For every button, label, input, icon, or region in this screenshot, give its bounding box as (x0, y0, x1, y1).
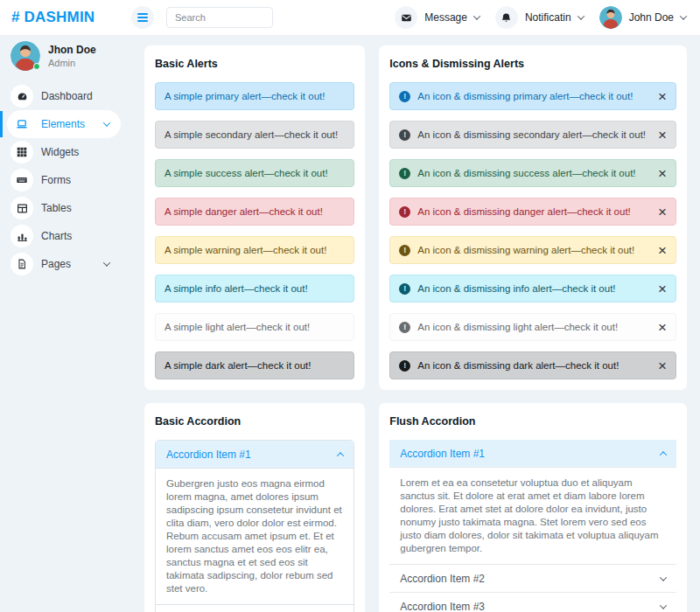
alert-text: A simple primary alert—check it out! (164, 91, 325, 101)
alert-dark: A simple dark alert—check it out! (155, 351, 354, 379)
close-icon[interactable]: × (653, 358, 667, 373)
chart-bar-icon (10, 225, 33, 247)
alert-dismissing-warning: An icon & dismissing warning alert—check… (389, 236, 676, 264)
alert-dismissing-info: An icon & dismissing info alert—check it… (389, 275, 676, 303)
accordion-label: Accordion Item #1 (166, 449, 251, 461)
accordion-body: Gubergren justo eos magna eirmod lorem m… (156, 469, 354, 604)
close-icon[interactable]: × (653, 89, 667, 104)
close-icon[interactable]: × (653, 166, 667, 181)
accordion-header-2[interactable]: Accordion Item #2 (156, 604, 354, 612)
sidebar-item-elements[interactable]: Elements (7, 110, 121, 138)
alert-dismissing-success: An icon & dismissing success alert—check… (389, 159, 676, 187)
accordion-header-2[interactable]: Accordion Item #2 (389, 564, 676, 592)
sidebar-user: Jhon Doe Admin (0, 35, 131, 82)
basic-alerts-card: Basic Alerts A simple primary alert—chec… (144, 45, 365, 390)
bell-icon (495, 6, 518, 29)
exclamation-circle-icon (399, 322, 410, 333)
avatar (599, 6, 622, 29)
alert-dismissing-primary: An icon & dismissing primary alert—check… (389, 82, 676, 110)
accordion-label: Accordion Item #3 (400, 601, 485, 612)
message-label: Message (424, 11, 467, 24)
alert-text: An icon & dismissing secondary alert—che… (417, 129, 646, 140)
sidebar-item-tables[interactable]: Tables (7, 194, 121, 222)
basic-accordion: Accordion Item #1 Gubergren justo eos ma… (155, 440, 354, 612)
alert-text: An icon & dismissing warning alert—check… (417, 245, 634, 255)
close-icon[interactable]: × (653, 243, 667, 258)
accordion-body: Lorem et ea ea consetetur voluptua duo e… (389, 468, 676, 564)
notification-dropdown[interactable]: Notificatin (495, 6, 584, 29)
close-icon[interactable]: × (653, 320, 667, 335)
user-dropdown[interactable]: John Doe (599, 6, 686, 29)
navbar-right: Message Notificatin John Doe (379, 6, 700, 29)
sidebar-item-label: Widgets (41, 146, 79, 158)
search-input[interactable] (166, 7, 273, 28)
close-icon[interactable]: × (653, 205, 667, 219)
chevron-up-icon (337, 452, 344, 459)
sidebar-item-dashboard[interactable]: Dashboard (7, 82, 121, 110)
user-name: John Doe (629, 11, 674, 24)
accordion-label: Accordion Item #1 (400, 448, 485, 460)
chevron-down-icon (473, 12, 480, 19)
exclamation-circle-icon (399, 129, 410, 141)
dismissing-alerts-card: Icons & Dismissing Alerts An icon & dism… (379, 45, 687, 390)
chevron-down-icon (660, 574, 667, 581)
file-icon (10, 253, 33, 275)
brand-logo[interactable]: # DASHMIN (0, 9, 131, 26)
sidebar-item-pages[interactable]: Pages (7, 250, 121, 278)
alert-dismissing-light: An icon & dismissing light alert—check i… (389, 313, 676, 341)
notification-label: Notificatin (525, 11, 571, 24)
grid-icon (10, 141, 33, 163)
alert-info: A simple info alert—check it out! (155, 275, 354, 303)
online-status-dot (33, 63, 40, 70)
exclamation-circle-icon (399, 360, 410, 372)
alert-text: An icon & dismissing light alert—check i… (417, 322, 618, 332)
exclamation-circle-icon (399, 245, 410, 256)
flush-accordion-card: Flush Accordion Accordion Item #1 Lorem … (379, 403, 687, 612)
sidebar-nav: Dashboard Elements Widgets Forms Tabl (0, 82, 131, 278)
alert-dismissing-danger: An icon & dismissing danger alert—check … (389, 198, 676, 226)
alert-text: A simple secondary alert—check it out! (164, 129, 338, 140)
laptop-icon (10, 113, 33, 136)
chevron-down-icon (577, 12, 584, 19)
accordion-header-1[interactable]: Accordion Item #1 (156, 441, 354, 469)
exclamation-circle-icon (399, 283, 410, 295)
chevron-down-icon (103, 119, 110, 126)
alert-dismissing-dark: An icon & dismissing dark alert—check it… (389, 351, 676, 379)
alert-text: An icon & dismissing danger alert—check … (417, 206, 631, 217)
alert-dismissing-secondary: An icon & dismissing secondary alert—che… (389, 121, 676, 149)
alert-success: A simple success alert—check it out! (155, 159, 354, 187)
close-icon[interactable]: × (653, 282, 667, 296)
envelope-icon (395, 6, 417, 29)
tachometer-icon (10, 85, 33, 108)
alert-text: An icon & dismissing info alert—check it… (417, 283, 615, 294)
table-icon (10, 197, 33, 219)
sidebar-item-widgets[interactable]: Widgets (7, 138, 121, 166)
accordion-header-3[interactable]: Accordion Item #3 (389, 592, 676, 612)
avatar (10, 41, 40, 71)
sidebar-item-label: Elements (41, 118, 85, 130)
alert-primary: A simple primary alert—check it out! (155, 82, 354, 110)
close-icon[interactable]: × (653, 128, 667, 143)
sidebar-item-forms[interactable]: Forms (7, 166, 121, 194)
keyboard-icon (10, 169, 33, 191)
sidebar-user-role: Admin (48, 58, 96, 68)
alert-danger: A simple danger alert—check it out! (155, 198, 354, 226)
card-title: Basic Alerts (155, 58, 354, 70)
sidebar-item-charts[interactable]: Charts (7, 222, 121, 250)
exclamation-circle-icon (399, 168, 410, 179)
alert-text: A simple info alert—check it out! (164, 283, 308, 294)
alert-text: An icon & dismissing success alert—check… (417, 168, 635, 178)
main-content: Basic Alerts A simple primary alert—chec… (131, 35, 700, 612)
search-box (166, 7, 273, 28)
sidebar-item-label: Forms (41, 174, 71, 186)
chevron-down-icon (680, 12, 687, 19)
basic-accordion-card: Basic Accordion Accordion Item #1 Guberg… (144, 403, 365, 612)
sidebar-toggle-button[interactable] (131, 6, 154, 29)
alert-text: An icon & dismissing primary alert—check… (417, 91, 633, 101)
top-navbar: # DASHMIN Message Notificatin John Doe (0, 0, 700, 35)
accordion-header-1[interactable]: Accordion Item #1 (389, 440, 676, 468)
card-title: Icons & Dismissing Alerts (389, 58, 676, 70)
message-dropdown[interactable]: Message (395, 6, 480, 29)
chevron-down-icon (660, 602, 667, 609)
sidebar-user-name: Jhon Doe (48, 44, 96, 56)
